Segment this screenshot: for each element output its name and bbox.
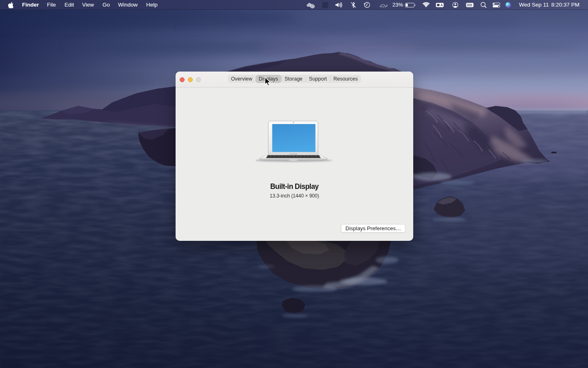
svg-text:MacBookAir: MacBookAir	[290, 153, 298, 155]
